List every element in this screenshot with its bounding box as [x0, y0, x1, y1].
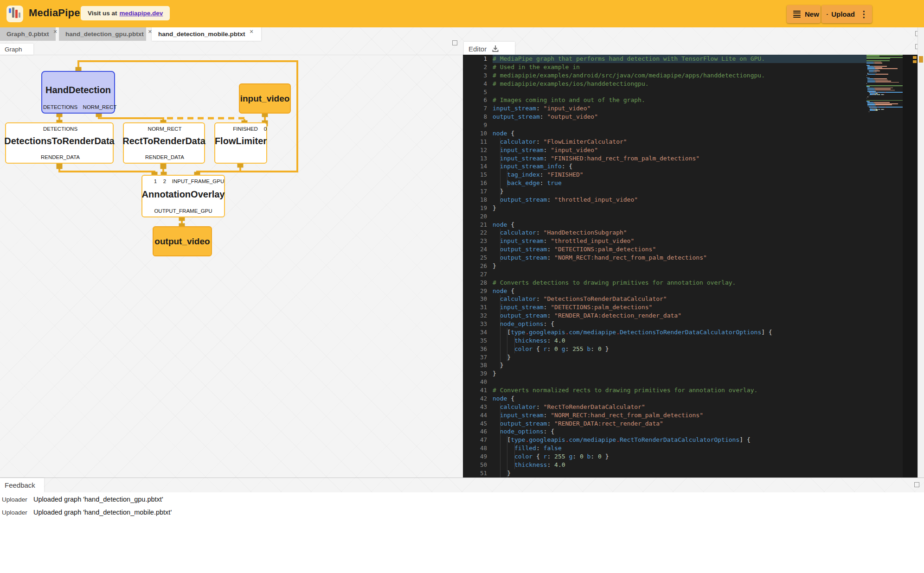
- code-lines: 1# MediaPipe graph that performs hand de…: [463, 55, 918, 478]
- node-title: RectToRenderData: [122, 136, 205, 146]
- code-line: 33 node_options: {: [463, 320, 918, 328]
- node-detections-to-render-data[interactable]: DETECTIONS DetectionsToRenderData RENDER…: [5, 122, 114, 164]
- code-line: 28# Converts detections to drawing primi…: [463, 279, 918, 287]
- tab-feedback-panel[interactable]: Feedback: [0, 478, 44, 492]
- code-line: 31 input_stream: "DETECTIONS:palm_detect…: [463, 303, 918, 312]
- tab-label: hand_detection_mobile.pbtxt: [158, 31, 245, 38]
- close-icon[interactable]: ✕: [53, 29, 58, 35]
- port-label: DETECTIONS: [43, 104, 77, 110]
- code-line: 27: [463, 270, 918, 279]
- code-line: 17 }: [463, 187, 918, 196]
- cloud-upload-icon: [827, 11, 828, 18]
- port-label: NORM_RECT: [148, 126, 182, 132]
- code-line: 50 thickness: 4.0: [463, 461, 918, 469]
- editor-minimap[interactable]: [866, 55, 903, 194]
- feedback-source: Uploader: [2, 496, 33, 503]
- port-label: RENDER_DATA: [145, 154, 184, 160]
- port-label: DETECTIONS: [43, 126, 77, 132]
- tab-editor-panel[interactable]: Editor: [464, 42, 515, 56]
- visit-pill: Visit us at mediapipe.dev: [81, 6, 170, 20]
- code-line: 45 output_stream: "RENDER_DATA:rect_rend…: [463, 420, 918, 428]
- code-line: 46 node_options: {: [463, 427, 918, 436]
- code-line: 26}: [463, 262, 918, 270]
- code-line: 7input_stream: "input_video": [463, 104, 918, 113]
- feedback-tab-label: Feedback: [5, 481, 35, 489]
- code-line: 16 back_edge: true: [463, 179, 918, 187]
- port-label: 2: [163, 178, 166, 184]
- code-line: 12 input_stream: "input_video": [463, 146, 918, 154]
- code-line: 8output_stream: "output_video": [463, 113, 918, 121]
- port-label: RENDER_DATA: [41, 154, 80, 160]
- window-scrollbar[interactable]: [918, 27, 924, 478]
- logo-bar-light-gray: [19, 13, 20, 18]
- port-label: OUTPUT_FRAME_GPU: [154, 208, 212, 214]
- code-line: 42node {: [463, 395, 918, 403]
- node-output-video[interactable]: output_video: [153, 226, 212, 256]
- node-hand-detection[interactable]: HandDetection DETECTIONS NORM_RECT: [41, 71, 115, 114]
- new-button-label: New: [805, 10, 819, 18]
- code-line: 34 [type.googleapis.com/mediapipe.Detect…: [463, 328, 918, 337]
- code-line: 5: [463, 88, 918, 96]
- code-line: 22 calculator: "HandDetectionSubgraph": [463, 229, 918, 237]
- overview-ruler-mark: [913, 60, 917, 63]
- mediapipe-dev-link[interactable]: mediapipe.dev: [120, 10, 163, 17]
- code-line: 13 input_stream: "FINISHED:hand_rect_fro…: [463, 154, 918, 163]
- feedback-source: Uploader: [2, 509, 33, 516]
- tab-hand-detection-gpu[interactable]: hand_detection_gpu.pbtxt ✕: [59, 27, 146, 41]
- code-line: 32 output_stream: "RENDER_DATA:detection…: [463, 312, 918, 320]
- menu-icon: [793, 9, 801, 19]
- more-options-icon[interactable]: ⋮: [860, 9, 868, 19]
- app-title: MediaPipe: [29, 7, 80, 19]
- node-input-video[interactable]: input_video: [239, 83, 291, 114]
- feedback-row: Uploader Uploaded graph 'hand_detection_…: [2, 496, 163, 503]
- mediapipe-logo-icon: [6, 6, 23, 22]
- close-icon[interactable]: ✕: [250, 29, 254, 35]
- visit-prefix: Visit us at: [88, 10, 117, 17]
- code-line: 37 }: [463, 353, 918, 362]
- code-line: 11 calculator: "FlowLimiterCalculator": [463, 138, 918, 146]
- code-line: 3# mediapipie/examples/android/src/java/…: [463, 71, 918, 80]
- logo-bar-gray: [12, 7, 14, 18]
- code-line: 15 tag_index: "FINISHED": [463, 171, 918, 179]
- tab-graph-0-pbtxt[interactable]: Graph_0.pbtxt ✕: [0, 27, 56, 41]
- node-rect-to-render-data[interactable]: NORM_RECT RectToRenderData RENDER_DATA: [123, 122, 205, 164]
- graph-canvas[interactable]: HandDetection DETECTIONS NORM_RECT input…: [0, 42, 463, 478]
- code-line: 39}: [463, 369, 918, 378]
- node-title: output_video: [154, 236, 210, 247]
- node-annotation-overlay[interactable]: 1 2 INPUT_FRAME_GPU AnnotationOverlay OU…: [141, 175, 225, 217]
- code-line: 19}: [463, 204, 918, 212]
- feedback-message: Uploaded graph 'hand_detection_mobile.pb…: [33, 509, 172, 516]
- code-line: 41# Converts normalized rects to drawing…: [463, 386, 918, 395]
- code-editor[interactable]: 1# MediaPipe graph that performs hand de…: [463, 55, 918, 478]
- code-line: 40: [463, 378, 918, 386]
- node-title: FlowLimiter: [215, 136, 267, 146]
- port-label: FINISHED: [233, 126, 258, 132]
- editor-scrollbar-track[interactable]: [903, 55, 918, 478]
- overview-ruler-mark: [913, 56, 917, 59]
- code-line: 2# Used in the example in: [463, 63, 918, 71]
- download-icon[interactable]: [491, 44, 500, 53]
- port-label: 1: [154, 178, 157, 184]
- code-line: 24 output_stream: "DETECTIONS:palm_detec…: [463, 245, 918, 254]
- logo-bar-blue: [9, 8, 11, 13]
- code-line: 49 color { r: 255 g: 0 b: 0 }: [463, 452, 918, 461]
- tab-label: Graph_0.pbtxt: [6, 31, 49, 38]
- new-button[interactable]: New: [787, 5, 821, 23]
- code-line: 10node {: [463, 129, 918, 138]
- tab-hand-detection-mobile[interactable]: hand_detection_mobile.pbtxt ✕: [152, 27, 261, 41]
- node-title: HandDetection: [45, 85, 111, 96]
- port-label: INPUT_FRAME_GPU: [172, 178, 224, 184]
- feedback-popout-icon[interactable]: [914, 482, 919, 487]
- code-line: 35 thickness: 4.0: [463, 337, 918, 345]
- port-label: 0: [264, 126, 267, 132]
- upload-button[interactable]: Upload ⋮: [821, 5, 872, 23]
- feedback-row: Uploader Uploaded graph 'hand_detection_…: [2, 509, 172, 516]
- code-line: 47 [type.googleapis.com/mediapipe.RectTo…: [463, 436, 918, 444]
- edge-render-data-1: [59, 165, 154, 175]
- app-header: MediaPipe Visit us at mediapipe.dev New …: [0, 0, 924, 27]
- editor-tab-label: Editor: [468, 45, 487, 53]
- feedback-divider: [0, 478, 924, 478]
- feedback-log: Uploader Uploaded graph 'hand_detection_…: [0, 492, 924, 573]
- node-flow-limiter[interactable]: FINISHED 0 FlowLimiter: [214, 122, 267, 164]
- code-line: 1# MediaPipe graph that performs hand de…: [463, 55, 918, 63]
